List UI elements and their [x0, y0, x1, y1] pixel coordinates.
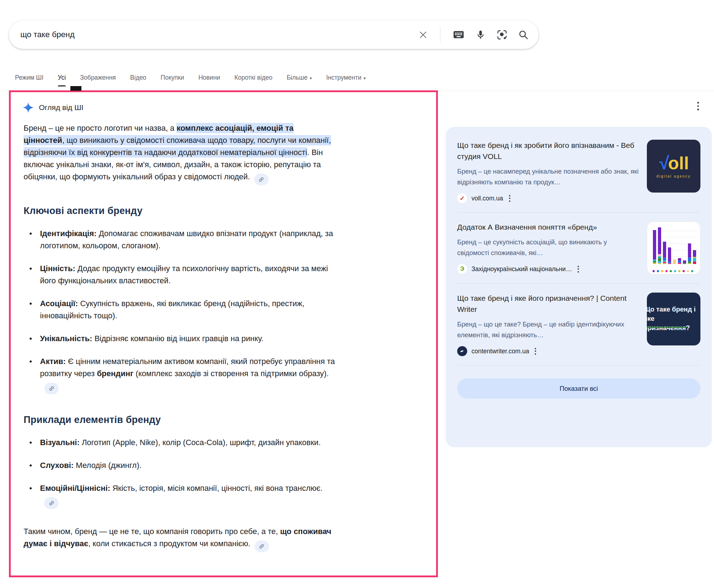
tab-video[interactable]: Відео	[130, 74, 146, 86]
card-divider	[457, 212, 700, 213]
chevron-down-icon: ▾	[364, 76, 366, 81]
bullet-item: Цінність: Додає продукту емоційну та пси…	[29, 263, 336, 287]
card-more-options-icon[interactable]	[535, 348, 536, 355]
highlighted-text: , що виникають у свідомості споживача що…	[24, 135, 331, 158]
bullet-list: Ідентифікація: Допомагає споживачам швид…	[24, 228, 336, 394]
source-card[interactable]: Що таке бренд і як зробити його впізнава…	[457, 140, 700, 203]
card-more-options-icon[interactable]	[578, 266, 579, 273]
text-segment: (комплекс заходів зі створення та підтри…	[134, 369, 329, 378]
favicon-glyph: ✓	[460, 195, 465, 202]
text-segment: Актив:	[40, 357, 66, 366]
ai-sparkle-icon	[23, 102, 34, 113]
result-type-tabs: Режим ШІУсіЗображенняВідеоПокупкиНовиниК…	[15, 70, 366, 86]
ai-outro-paragraph: Таким чином, бренд — це не те, що компан…	[24, 525, 336, 552]
citation-link-icon[interactable]	[44, 497, 59, 509]
ai-overview-content: Бренд – це не просто логотип чи назва, а…	[24, 122, 336, 552]
mic-icon[interactable]	[475, 30, 486, 40]
citation-link-icon[interactable]	[254, 174, 269, 185]
citation-link-icon[interactable]	[255, 540, 269, 552]
source-domain: contentwriter.com.ua	[471, 348, 529, 355]
text-segment: Додає продукту емоційну та психологічну …	[40, 264, 328, 285]
source-thumbnail[interactable]: √olldigital agency	[647, 140, 700, 193]
bullet-item: Унікальність: Відрізняє компанію від інш…	[29, 333, 336, 345]
source-domain: voll.com.ua	[471, 195, 503, 202]
text-segment: Унікальність:	[40, 334, 92, 343]
card-more-options-icon[interactable]	[509, 195, 510, 202]
text-segment: Таким чином, бренд — це не те, що компан…	[24, 527, 280, 536]
clear-search-icon[interactable]	[418, 30, 428, 40]
text-segment: Цінність:	[40, 264, 75, 273]
contentwriter-favicon-icon: ✒	[457, 346, 467, 356]
text-segment: брендинг	[97, 369, 134, 378]
ai-overview-title: Огляд від ШІ	[39, 103, 83, 112]
voll-logo-v: √	[658, 153, 668, 173]
card-divider	[457, 283, 700, 284]
search-bar[interactable]: що таке бренд	[9, 20, 539, 49]
bullet-item: Візуальні: Логотип (Apple, Nike), колір …	[29, 437, 336, 449]
tab-all[interactable]: Усі	[58, 74, 66, 86]
tab-ai-mode[interactable]: Режим ШІ	[15, 74, 44, 86]
bullet-item: Слухові: Мелодія (джингл).	[29, 459, 336, 472]
university-favicon-icon: Э	[457, 264, 467, 274]
text-segment: , коли стикається з продуктом чи компані…	[88, 539, 250, 548]
video-thumbnail-caption: Що таке бренд і яке призначення?	[647, 305, 700, 333]
source-thumbnail[interactable]: Що таке бренд і яке призначення?	[647, 293, 700, 345]
tab-tools[interactable]: Інструменти▾	[326, 74, 366, 86]
source-row: ✓voll.com.ua	[457, 193, 639, 203]
tab-more[interactable]: Більше▾	[287, 74, 312, 86]
search-bar-divider	[440, 27, 440, 43]
bullet-item: Асоціації: Сукупність вражень, які викли…	[29, 298, 336, 322]
card-divider	[457, 365, 700, 365]
text-segment: Відрізняє компанію від інших гравців на …	[92, 334, 263, 343]
source-snippet: Бренд – це сукупність асоціацій, що вини…	[457, 237, 639, 258]
keyboard-icon[interactable]	[453, 29, 465, 41]
voll-logo: √oll	[658, 154, 689, 172]
source-card[interactable]: Що таке бренд і яке його призначення? | …	[457, 293, 700, 356]
tab-shopping[interactable]: Покупки	[161, 74, 184, 86]
source-card-text: Додаток А Визначення поняття «бренд»Брен…	[457, 221, 639, 274]
show-all-button[interactable]: Показати всі	[457, 378, 700, 399]
search-icon[interactable]	[518, 30, 529, 40]
source-card-text: Що таке бренд і яке його призначення? | …	[457, 293, 639, 356]
source-snippet: Бренд – що це таке? Бренд – це набір іде…	[457, 319, 639, 340]
source-card-text: Що таке бренд і як зробити його впізнава…	[457, 140, 639, 203]
ai-intro-paragraph: Бренд – це не просто логотип чи назва, а…	[24, 122, 336, 185]
source-row: ✒contentwriter.com.ua	[457, 346, 639, 356]
video-thumbnail-underline	[647, 327, 686, 328]
ai-overview-panel: Огляд від ШІ Бренд – це не просто логоти…	[9, 90, 438, 577]
voll-favicon-icon: ✓	[457, 193, 467, 203]
source-title[interactable]: Що таке бренд і яке його призначення? | …	[457, 293, 639, 315]
text-segment: Сукупність вражень, які викликає бренд (…	[40, 299, 304, 320]
favicon-glyph: ✒	[459, 348, 465, 354]
annotation-handle	[70, 86, 81, 91]
voll-logo-subtext: digital agency	[656, 174, 691, 178]
chevron-down-icon: ▾	[310, 76, 312, 81]
bar-chart-thumbnail-image	[647, 222, 700, 274]
text-segment: Слухові:	[40, 461, 74, 470]
text-segment: Логотип (Apple, Nike), колір (Coca-Cola)…	[80, 438, 321, 447]
bullet-item: Актив: Є цінним нематеріальним активом к…	[29, 355, 336, 394]
source-thumbnail[interactable]	[647, 221, 700, 274]
search-input[interactable]: що таке бренд	[20, 30, 418, 39]
tab-news[interactable]: Новини	[198, 74, 220, 86]
text-segment: Візуальні:	[40, 438, 80, 447]
text-segment: Емоційні/Ціннісні:	[40, 484, 110, 493]
source-title[interactable]: Що таке бренд і як зробити його впізнава…	[457, 140, 639, 162]
tab-images[interactable]: Зображення	[80, 74, 116, 86]
source-card[interactable]: Додаток А Визначення поняття «бренд»Брен…	[457, 221, 700, 274]
lens-camera-icon[interactable]	[496, 29, 508, 40]
source-domain: Західноукраїнський національни…	[471, 265, 572, 273]
source-title[interactable]: Додаток А Визначення поняття «бренд»	[457, 221, 639, 233]
sources-panel: Що таке бренд і як зробити його впізнава…	[446, 127, 712, 447]
tab-short-video[interactable]: Короткі відео	[234, 74, 272, 86]
citation-link-icon[interactable]	[44, 383, 59, 394]
bullet-list: Візуальні: Логотип (Apple, Nike), колір …	[24, 437, 336, 509]
more-options-icon[interactable]	[697, 102, 699, 110]
bullet-item: Емоційні/Ціннісні: Якість, історія, місі…	[29, 482, 336, 509]
source-row: ЭЗахідноукраїнський національни…	[457, 264, 639, 274]
bullet-item: Ідентифікація: Допомагає споживачам швид…	[29, 228, 336, 252]
text-segment: Якість, історія, місія компанії, цінност…	[110, 484, 323, 493]
source-snippet: Бренд – це насамперед унікальне позначен…	[457, 166, 639, 188]
section-heading: Ключові аспекти бренду	[24, 205, 336, 217]
favicon-glyph: Э	[460, 266, 464, 272]
